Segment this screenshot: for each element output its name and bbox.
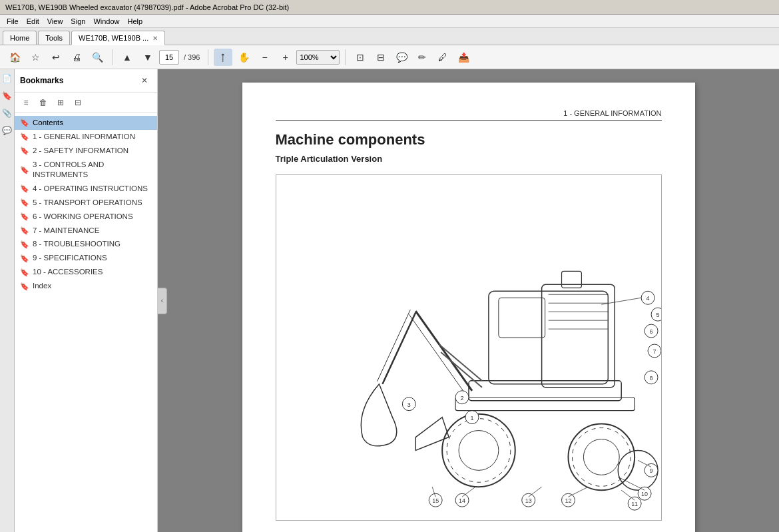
svg-line-15: [382, 312, 415, 384]
toolbar-sep-3: [345, 49, 346, 65]
toolbar-hand-btn[interactable]: ✋: [234, 49, 253, 66]
bookmark-icon-11: 🔖: [20, 282, 29, 291]
toolbar-print-btn[interactable]: 🖨: [67, 49, 86, 66]
left-panel-attachments-icon[interactable]: 📎: [1, 107, 13, 120]
bookmark-icon-3: 🔖: [20, 165, 29, 174]
svg-text:14: 14: [459, 497, 465, 504]
svg-text:9: 9: [649, 467, 652, 474]
left-panel: 📄 🔖 📎 💬: [0, 69, 15, 532]
toolbar-search-btn[interactable]: 🔍: [88, 49, 107, 66]
sidebar-header: Bookmarks ✕: [15, 69, 157, 93]
menu-edit[interactable]: Edit: [23, 16, 43, 27]
svg-line-56: [621, 490, 635, 500]
toolbar-sep-2: [208, 49, 208, 65]
pdf-main-title: Machine components: [276, 131, 662, 148]
toolbar-sign-btn[interactable]: 📤: [454, 49, 473, 66]
bookmark-icon-2: 🔖: [20, 146, 29, 155]
left-panel-pages-icon[interactable]: 📄: [1, 72, 13, 85]
svg-point-21: [583, 439, 619, 475]
menu-sign[interactable]: Sign: [67, 16, 89, 27]
toolbar-zoom-out-btn[interactable]: −: [255, 49, 274, 66]
bookmark-icon-7: 🔖: [20, 226, 29, 235]
toolbar-pen-btn[interactable]: ✏: [413, 49, 431, 66]
svg-rect-10: [455, 398, 635, 411]
svg-rect-2: [541, 284, 615, 387]
toolbar-view-group: ⊡ ⊟ 💬 ✏ 🖊 📤: [351, 49, 473, 66]
bookmark-item-8[interactable]: 🔖8 - TROUBLESHOOTING: [15, 237, 157, 251]
svg-point-22: [572, 428, 631, 487]
bookmark-item-10[interactable]: 🔖10 - ACCESSORIES: [15, 265, 157, 279]
tab-home[interactable]: Home: [3, 31, 37, 45]
bookmark-item-6[interactable]: 🔖6 - WORKING OPERATIONS: [15, 210, 157, 224]
bookmark-item-7[interactable]: 🔖7 - MAINTENANCE: [15, 224, 157, 238]
toolbar-next-page-btn[interactable]: ▼: [138, 49, 157, 66]
toolbar-back-btn[interactable]: ↩: [47, 49, 65, 66]
bookmark-item-2[interactable]: 🔖2 - SAFETY INFORMATION: [15, 144, 157, 158]
bookmark-item-11[interactable]: 🔖Index: [15, 279, 157, 293]
toolbar-bookmark-btn[interactable]: ☆: [26, 49, 45, 66]
toolbar-zoom-in-btn[interactable]: +: [276, 49, 294, 66]
bookmark-icon-9: 🔖: [20, 254, 29, 263]
bookmark-icon-6: 🔖: [20, 212, 29, 221]
toolbar-home-btn[interactable]: 🏠: [5, 49, 24, 66]
menu-file[interactable]: File: [3, 16, 23, 27]
title-bar: WE170B, WE190B Wheeled excavator (479870…: [0, 0, 779, 15]
zoom-select[interactable]: 100% 75% 50% 125% 150%: [296, 50, 340, 65]
tab-tools[interactable]: Tools: [38, 31, 70, 45]
bookmark-new-btn[interactable]: ≡: [19, 95, 33, 110]
toolbar-sep-1: [112, 49, 113, 65]
svg-line-32: [601, 298, 641, 304]
bookmark-icon-0: 🔖: [20, 118, 29, 127]
svg-line-16: [377, 310, 410, 382]
bookmark-delete-btn[interactable]: 🗑: [36, 95, 51, 110]
bookmark-item-4[interactable]: 🔖4 - OPERATING INSTRUCTIONS: [15, 182, 157, 196]
bookmark-item-1[interactable]: 🔖1 - GENERAL INFORMATION: [15, 130, 157, 144]
svg-line-59: [462, 487, 475, 497]
svg-line-14: [441, 352, 482, 388]
sidebar-header-icons: ✕: [137, 73, 152, 88]
toolbar-nav-group: 🏠 ☆ ↩ 🖨 🔍: [5, 49, 107, 66]
left-panel-comments-icon[interactable]: 💬: [1, 124, 13, 137]
toolbar-select-btn[interactable]: ⭡: [214, 49, 232, 66]
bookmark-list: 🔖Contents🔖1 - GENERAL INFORMATION🔖2 - SA…: [15, 113, 157, 532]
svg-text:12: 12: [565, 497, 571, 504]
pdf-area[interactable]: ‹ 1 - GENERAL INFORMATION Machine compon…: [158, 69, 779, 532]
svg-point-17: [442, 414, 515, 487]
svg-text:10: 10: [641, 491, 648, 497]
svg-text:6: 6: [649, 328, 652, 335]
bookmark-icon-5: 🔖: [20, 198, 29, 207]
svg-text:8: 8: [649, 375, 652, 382]
toolbar-fit-width-btn[interactable]: ⊟: [372, 49, 390, 66]
menu-window[interactable]: Window: [89, 16, 123, 27]
tab-close-icon[interactable]: ✕: [152, 35, 158, 42]
bookmark-item-3[interactable]: 🔖3 - CONTROLS AND INSTRUMENTS: [15, 158, 157, 182]
toolbar-comment-btn[interactable]: 💬: [392, 49, 411, 66]
svg-line-57: [568, 487, 588, 497]
toolbar-highlight-btn[interactable]: 🖊: [433, 49, 452, 66]
bookmark-item-9[interactable]: 🔖9 - SPECIFICATIONS: [15, 251, 157, 265]
bookmark-icon-8: 🔖: [20, 240, 29, 249]
svg-text:5: 5: [656, 312, 659, 318]
toolbar-prev-page-btn[interactable]: ▲: [118, 49, 136, 66]
svg-text:7: 7: [652, 348, 656, 355]
bookmark-expand-btn[interactable]: ⊞: [53, 95, 68, 110]
bookmark-item-0[interactable]: 🔖Contents: [15, 116, 157, 130]
pdf-subtitle: Triple Articulation Version: [276, 154, 662, 164]
tab-document[interactable]: WE170B, WE190B ... ✕: [71, 31, 165, 45]
sidebar-close-btn[interactable]: ✕: [137, 73, 152, 88]
svg-point-18: [459, 431, 499, 471]
menu-bar: File Edit View Sign Window Help: [0, 15, 779, 28]
tab-bar: Home Tools WE170B, WE190B ... ✕: [0, 28, 779, 45]
menu-help[interactable]: Help: [124, 16, 147, 27]
sidebar-collapse-handle[interactable]: ‹: [158, 288, 167, 314]
window-title: WE170B, WE190B Wheeled excavator (479870…: [5, 3, 289, 11]
svg-rect-1: [498, 298, 545, 338]
bookmark-collapse-btn[interactable]: ⊟: [71, 95, 85, 110]
page-number-input[interactable]: [159, 50, 179, 65]
menu-view[interactable]: View: [43, 16, 67, 27]
toolbar-fit-page-btn[interactable]: ⊡: [351, 49, 370, 66]
left-panel-bookmarks-icon[interactable]: 🔖: [1, 89, 13, 103]
bookmark-icon-1: 🔖: [20, 132, 29, 141]
svg-line-12: [409, 314, 465, 394]
bookmark-item-5[interactable]: 🔖5 - TRANSPORT OPERATIONS: [15, 196, 157, 210]
